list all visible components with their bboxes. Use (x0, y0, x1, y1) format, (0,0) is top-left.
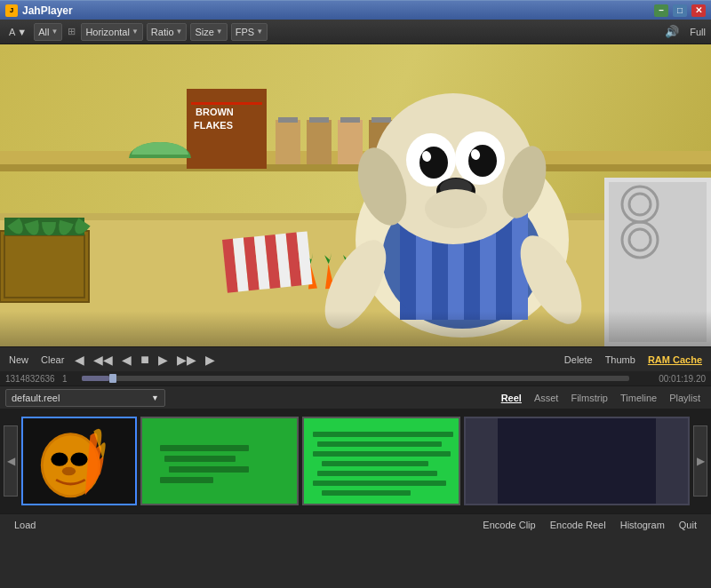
thumbnail-3[interactable] (302, 417, 460, 505)
app-icon: J (5, 4, 18, 17)
horizontal-label: Horizontal (85, 27, 130, 37)
tab-filmstrip[interactable]: Filmstrip (565, 391, 613, 405)
clear-button[interactable]: Clear (37, 354, 68, 365)
tab-reel[interactable]: Reel (496, 391, 527, 405)
thumbnail-1[interactable] (21, 417, 137, 505)
encode-reel-button[interactable]: Encode Reel (543, 514, 613, 535)
tab-playlist[interactable]: Playlist (664, 391, 706, 405)
svg-rect-8 (164, 456, 236, 462)
svg-point-5 (62, 467, 76, 476)
thumbnail-4[interactable] (464, 417, 690, 505)
load-button[interactable]: Load (7, 514, 43, 535)
maximize-button[interactable]: □ (673, 4, 687, 17)
svg-rect-14 (313, 451, 451, 457)
ram-cache-button[interactable]: RAM Cache (644, 354, 706, 365)
svg-rect-12 (313, 432, 453, 437)
size-dropdown[interactable]: Size ▼ (190, 23, 227, 41)
volume-icon[interactable]: 🔊 (665, 25, 679, 38)
thumb-button[interactable]: Thumb (602, 354, 639, 365)
fps-arrow: ▼ (256, 28, 263, 36)
svg-rect-9 (169, 466, 249, 473)
bottom-bar: Load Encode Clip Encode Reel Histogram Q… (0, 513, 711, 535)
svg-point-4 (70, 452, 87, 465)
reel-bar: default.reel ▼ Reel Asset Filmstrip Time… (0, 385, 711, 409)
svg-rect-7 (160, 445, 249, 451)
reel-arrow: ▼ (151, 393, 159, 402)
all-label: All (38, 27, 49, 37)
tab-timeline[interactable]: Timeline (615, 391, 662, 405)
video-area (0, 44, 711, 346)
track-label: A (9, 27, 15, 37)
progress-track[interactable] (82, 376, 629, 381)
video-canvas (0, 44, 711, 346)
thumbnail-strip: ◀ (0, 409, 711, 513)
toolbar: A ▼ All ▼ ⊞ Horizontal ▼ Ratio ▼ Size ▼ … (0, 20, 711, 44)
horizontal-arrow: ▼ (132, 28, 139, 36)
all-dropdown[interactable]: All ▼ (34, 23, 62, 41)
strip-nav-left[interactable]: ◀ (4, 425, 18, 497)
progress-fill (82, 376, 109, 381)
encode-clip-button[interactable]: Encode Clip (475, 514, 542, 535)
play-button[interactable]: ▶ (156, 353, 170, 367)
title-bar: J JahPlayer – □ ✕ (0, 0, 711, 20)
size-arrow: ▼ (216, 28, 223, 36)
strip-nav-right[interactable]: ▶ (693, 425, 707, 497)
quit-button[interactable]: Quit (672, 514, 704, 535)
prev-end-button[interactable]: ◀ (73, 353, 86, 367)
ratio-arrow: ▼ (176, 28, 183, 36)
layout-icon: ⊞ (68, 26, 76, 37)
progress-bar-row: 1314832636 1 00:01:19.20 (0, 371, 711, 385)
svg-rect-18 (322, 490, 411, 496)
horizontal-dropdown[interactable]: Horizontal ▼ (81, 23, 142, 41)
reel-name: default.reel (12, 393, 60, 403)
prev-button[interactable]: ◀◀ (92, 353, 115, 367)
fullscreen-button[interactable]: Full (690, 27, 706, 37)
timecode: 00:01:19.20 (635, 374, 706, 384)
dark-thumb-svg (466, 418, 688, 505)
close-button[interactable]: ✕ (691, 4, 706, 17)
svg-rect-13 (317, 441, 442, 447)
all-arrow: ▼ (51, 28, 58, 36)
size-label: Size (195, 27, 213, 37)
svg-rect-10 (160, 477, 213, 483)
controls-bar: New Clear ◀ ◀◀ ◀ ■ ▶ ▶▶ ▶ Delete Thumb R… (0, 346, 711, 371)
reel-dropdown[interactable]: default.reel ▼ (5, 389, 165, 407)
step-back-button[interactable]: ◀ (120, 353, 133, 367)
svg-rect-19 (498, 418, 656, 505)
delete-button[interactable]: Delete (561, 354, 596, 365)
mask-svg (23, 418, 135, 504)
new-button[interactable]: New (5, 354, 32, 365)
svg-point-3 (51, 452, 68, 465)
window-title: JahPlayer (22, 4, 650, 17)
next-button[interactable]: ▶▶ (175, 353, 198, 367)
svg-rect-17 (313, 481, 446, 486)
histogram-button[interactable]: Histogram (613, 514, 672, 535)
minimize-button[interactable]: – (654, 4, 668, 17)
tab-asset[interactable]: Asset (529, 391, 564, 405)
ratio-dropdown[interactable]: Ratio ▼ (147, 23, 188, 41)
fps-label: FPS (236, 27, 254, 37)
svg-rect-15 (322, 461, 428, 466)
frame-number: 1314832636 1 (5, 374, 76, 384)
green-thumb-svg (142, 418, 299, 505)
green-text-thumb-svg (304, 418, 460, 505)
track-arrow: ▼ (17, 27, 27, 37)
fps-dropdown[interactable]: FPS ▼ (231, 23, 268, 41)
ratio-label: Ratio (151, 27, 174, 37)
stop-button[interactable]: ■ (139, 352, 151, 368)
thumbnail-2[interactable] (140, 417, 299, 505)
next-end-button[interactable]: ▶ (204, 353, 217, 367)
svg-rect-16 (317, 471, 437, 476)
track-selector[interactable]: A ▼ (5, 25, 30, 39)
progress-handle[interactable] (109, 374, 116, 383)
